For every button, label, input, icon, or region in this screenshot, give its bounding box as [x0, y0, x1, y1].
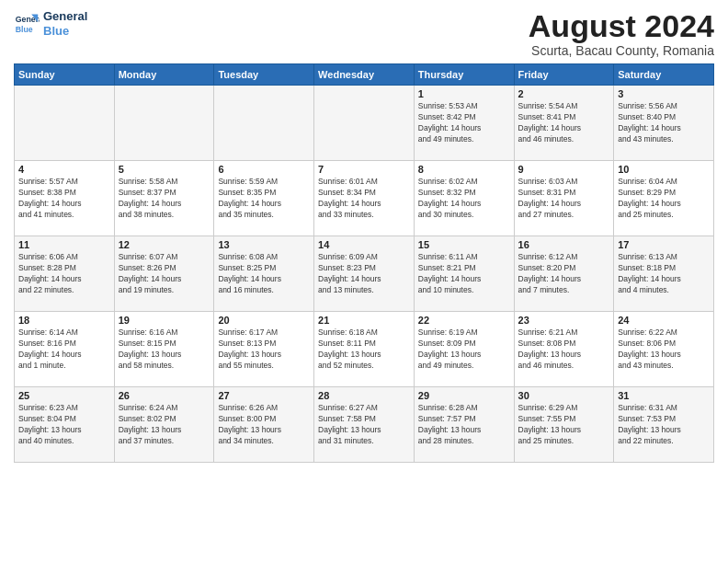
day-number: 20	[218, 315, 310, 326]
day-info: Sunrise: 6:19 AM Sunset: 8:09 PM Dayligh…	[418, 327, 510, 372]
day-number: 7	[318, 164, 410, 175]
calendar-week-1: 1Sunrise: 5:53 AM Sunset: 8:42 PM Daylig…	[15, 86, 714, 161]
calendar-cell: 10Sunrise: 6:04 AM Sunset: 8:29 PM Dayli…	[614, 161, 714, 236]
calendar-cell: 8Sunrise: 6:02 AM Sunset: 8:32 PM Daylig…	[414, 161, 514, 236]
day-number: 27	[218, 390, 310, 401]
calendar-cell: 2Sunrise: 5:54 AM Sunset: 8:41 PM Daylig…	[514, 86, 614, 161]
day-info: Sunrise: 6:16 AM Sunset: 8:15 PM Dayligh…	[119, 327, 210, 372]
day-info: Sunrise: 6:08 AM Sunset: 8:25 PM Dayligh…	[218, 252, 310, 296]
day-info: Sunrise: 6:02 AM Sunset: 8:32 PM Dayligh…	[418, 177, 510, 221]
day-number: 28	[318, 390, 410, 401]
calendar-cell: 21Sunrise: 6:18 AM Sunset: 8:11 PM Dayli…	[314, 312, 415, 387]
calendar-cell: 17Sunrise: 6:13 AM Sunset: 8:18 PM Dayli…	[614, 236, 714, 312]
day-number: 18	[18, 315, 110, 326]
calendar-cell: 23Sunrise: 6:21 AM Sunset: 8:08 PM Dayli…	[514, 312, 614, 387]
day-number: 1	[418, 88, 510, 99]
day-info: Sunrise: 5:57 AM Sunset: 8:38 PM Dayligh…	[18, 177, 110, 221]
calendar-cell: 19Sunrise: 6:16 AM Sunset: 8:15 PM Dayli…	[114, 312, 214, 387]
day-info: Sunrise: 6:14 AM Sunset: 8:16 PM Dayligh…	[18, 327, 110, 372]
day-number: 29	[418, 390, 510, 401]
day-number: 14	[318, 239, 410, 250]
calendar-cell: 1Sunrise: 5:53 AM Sunset: 8:42 PM Daylig…	[414, 86, 514, 161]
day-number: 4	[18, 164, 110, 175]
day-number: 5	[119, 164, 210, 175]
calendar-cell: 3Sunrise: 5:56 AM Sunset: 8:40 PM Daylig…	[614, 86, 714, 161]
logo-text: GeneralBlue	[43, 9, 87, 38]
day-number: 30	[518, 390, 610, 401]
day-number: 16	[518, 239, 610, 250]
svg-text:Blue: Blue	[16, 24, 33, 33]
calendar-cell: 30Sunrise: 6:29 AM Sunset: 7:55 PM Dayli…	[514, 387, 614, 463]
day-number: 13	[218, 239, 310, 250]
col-wednesday: Wednesday	[314, 64, 415, 86]
day-info: Sunrise: 6:01 AM Sunset: 8:34 PM Dayligh…	[318, 177, 410, 221]
day-info: Sunrise: 6:26 AM Sunset: 8:00 PM Dayligh…	[218, 403, 310, 447]
day-info: Sunrise: 6:09 AM Sunset: 8:23 PM Dayligh…	[318, 252, 410, 296]
calendar-cell: 31Sunrise: 6:31 AM Sunset: 7:53 PM Dayli…	[614, 387, 714, 463]
col-friday: Friday	[514, 64, 614, 86]
day-info: Sunrise: 6:18 AM Sunset: 8:11 PM Dayligh…	[318, 327, 410, 372]
col-saturday: Saturday	[614, 64, 714, 86]
calendar-week-2: 4Sunrise: 5:57 AM Sunset: 8:38 PM Daylig…	[15, 161, 714, 236]
day-info: Sunrise: 6:13 AM Sunset: 8:18 PM Dayligh…	[618, 252, 710, 296]
day-number: 15	[418, 239, 510, 250]
main-title: August 2024	[529, 9, 714, 43]
day-number: 6	[218, 164, 310, 175]
calendar-cell: 20Sunrise: 6:17 AM Sunset: 8:13 PM Dayli…	[214, 312, 314, 387]
calendar-cell: 5Sunrise: 5:58 AM Sunset: 8:37 PM Daylig…	[114, 161, 214, 236]
calendar-cell	[214, 86, 314, 161]
day-number: 25	[18, 390, 110, 401]
day-number: 21	[318, 315, 410, 326]
calendar-cell: 12Sunrise: 6:07 AM Sunset: 8:26 PM Dayli…	[114, 236, 214, 312]
calendar-cell: 13Sunrise: 6:08 AM Sunset: 8:25 PM Dayli…	[214, 236, 314, 312]
day-info: Sunrise: 6:29 AM Sunset: 7:55 PM Dayligh…	[518, 403, 610, 447]
calendar-body: 1Sunrise: 5:53 AM Sunset: 8:42 PM Daylig…	[15, 86, 714, 463]
day-number: 26	[119, 390, 210, 401]
day-number: 10	[618, 164, 710, 175]
day-info: Sunrise: 5:53 AM Sunset: 8:42 PM Dayligh…	[418, 101, 510, 145]
day-number: 17	[618, 239, 710, 250]
day-info: Sunrise: 5:58 AM Sunset: 8:37 PM Dayligh…	[119, 177, 210, 221]
day-info: Sunrise: 6:17 AM Sunset: 8:13 PM Dayligh…	[218, 327, 310, 372]
col-sunday: Sunday	[15, 64, 115, 86]
day-number: 8	[418, 164, 510, 175]
calendar-cell: 9Sunrise: 6:03 AM Sunset: 8:31 PM Daylig…	[514, 161, 614, 236]
col-thursday: Thursday	[414, 64, 514, 86]
day-info: Sunrise: 5:59 AM Sunset: 8:35 PM Dayligh…	[218, 177, 310, 221]
calendar-cell: 22Sunrise: 6:19 AM Sunset: 8:09 PM Dayli…	[414, 312, 514, 387]
day-info: Sunrise: 6:21 AM Sunset: 8:08 PM Dayligh…	[518, 327, 610, 372]
col-monday: Monday	[114, 64, 214, 86]
calendar-cell: 28Sunrise: 6:27 AM Sunset: 7:58 PM Dayli…	[314, 387, 415, 463]
calendar-cell: 25Sunrise: 6:23 AM Sunset: 8:04 PM Dayli…	[15, 387, 115, 463]
day-info: Sunrise: 6:04 AM Sunset: 8:29 PM Dayligh…	[618, 177, 710, 221]
day-number: 23	[518, 315, 610, 326]
calendar-cell: 6Sunrise: 5:59 AM Sunset: 8:35 PM Daylig…	[214, 161, 314, 236]
day-number: 24	[618, 315, 710, 326]
day-info: Sunrise: 5:54 AM Sunset: 8:41 PM Dayligh…	[518, 101, 610, 145]
calendar-cell	[114, 86, 214, 161]
logo: General Blue GeneralBlue	[14, 9, 87, 38]
calendar-week-3: 11Sunrise: 6:06 AM Sunset: 8:28 PM Dayli…	[15, 236, 714, 312]
day-info: Sunrise: 6:11 AM Sunset: 8:21 PM Dayligh…	[418, 252, 510, 296]
page-container: General Blue GeneralBlue August 2024 Scu…	[0, 0, 728, 467]
title-block: August 2024 Scurta, Bacau County, Romani…	[529, 9, 714, 58]
calendar-week-4: 18Sunrise: 6:14 AM Sunset: 8:16 PM Dayli…	[15, 312, 714, 387]
calendar-table: Sunday Monday Tuesday Wednesday Thursday…	[14, 63, 714, 463]
calendar-cell: 14Sunrise: 6:09 AM Sunset: 8:23 PM Dayli…	[314, 236, 415, 312]
day-number: 31	[618, 390, 710, 401]
calendar-week-5: 25Sunrise: 6:23 AM Sunset: 8:04 PM Dayli…	[15, 387, 714, 463]
day-info: Sunrise: 6:07 AM Sunset: 8:26 PM Dayligh…	[119, 252, 210, 296]
day-info: Sunrise: 5:56 AM Sunset: 8:40 PM Dayligh…	[618, 101, 710, 145]
calendar-cell: 27Sunrise: 6:26 AM Sunset: 8:00 PM Dayli…	[214, 387, 314, 463]
day-info: Sunrise: 6:03 AM Sunset: 8:31 PM Dayligh…	[518, 177, 610, 221]
calendar-cell	[314, 86, 415, 161]
calendar-cell: 26Sunrise: 6:24 AM Sunset: 8:02 PM Dayli…	[114, 387, 214, 463]
calendar-cell: 18Sunrise: 6:14 AM Sunset: 8:16 PM Dayli…	[15, 312, 115, 387]
day-info: Sunrise: 6:24 AM Sunset: 8:02 PM Dayligh…	[119, 403, 210, 447]
calendar-header-row: Sunday Monday Tuesday Wednesday Thursday…	[15, 64, 714, 86]
calendar-cell: 15Sunrise: 6:11 AM Sunset: 8:21 PM Dayli…	[414, 236, 514, 312]
day-info: Sunrise: 6:12 AM Sunset: 8:20 PM Dayligh…	[518, 252, 610, 296]
day-number: 19	[119, 315, 210, 326]
subtitle: Scurta, Bacau County, Romania	[529, 43, 714, 58]
day-number: 12	[119, 239, 210, 250]
